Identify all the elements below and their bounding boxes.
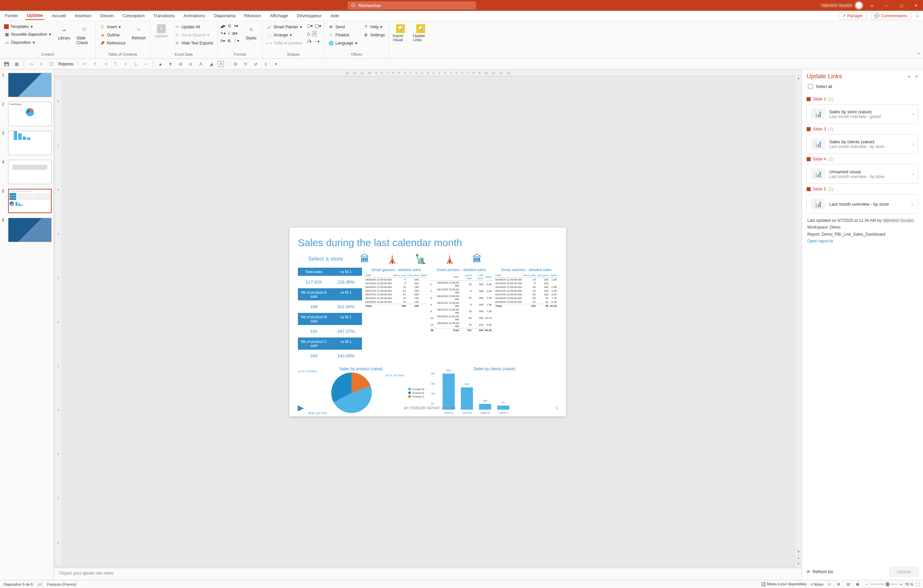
dist-h-icon[interactable]: ↔ [143, 61, 149, 67]
strike-icon[interactable]: S [228, 38, 230, 43]
back-icon[interactable]: ▼ [168, 61, 173, 67]
fill-icon[interactable]: ◢▾ [220, 24, 225, 28]
settings-button[interactable]: ⚙Settings [362, 32, 386, 38]
send-button[interactable]: ✉Send [327, 24, 358, 30]
bold-icon[interactable]: G [228, 24, 231, 28]
more2-icon[interactable]: ▾ [273, 61, 279, 67]
slide-canvas[interactable]: Sales during the last calendar month Sel… [289, 228, 566, 416]
zoom-out-icon[interactable]: − [866, 582, 867, 586]
tab-upslide[interactable]: UpSlide [25, 11, 44, 20]
split-icon[interactable]: ⫿ [263, 61, 269, 67]
status-slide-count[interactable]: Diapositive 5 de 6 [3, 582, 33, 586]
finalize-button[interactable]: ✓Finalize [327, 32, 358, 38]
tab-accueil[interactable]: Accueil [50, 12, 67, 20]
refresh-toc-button[interactable]: ⟳Refresh [130, 24, 147, 41]
square-icon[interactable]: ▢▾ [307, 24, 313, 28]
fill2-icon[interactable]: ◢ [208, 61, 214, 67]
help-button[interactable]: ?Help ▾ [362, 24, 386, 30]
normal-view-icon[interactable]: ▭ [828, 582, 833, 586]
list-icon[interactable]: ≡▾ [234, 24, 238, 28]
templates-button[interactable]: Templates ▾ [3, 24, 52, 29]
minimize-icon[interactable]: — [882, 3, 891, 7]
smart-painter-button[interactable]: 🖌Smart Painter ▾ [265, 24, 304, 30]
reference-button[interactable]: 📌Reference [99, 40, 127, 46]
fit-window-icon[interactable]: ⛶ [916, 582, 920, 586]
tab-aide[interactable]: Aide [329, 12, 340, 20]
thumb-1[interactable]: 1 [2, 73, 52, 97]
close-icon[interactable]: ✕ [912, 3, 920, 8]
zoom-in-icon[interactable]: + [900, 582, 902, 586]
link-card[interactable]: 📊Sales by clients (value)Last month over… [806, 134, 918, 154]
refresh-list-button[interactable]: ⟳Refresh list [806, 570, 833, 574]
spellcheck-icon[interactable]: 📖 [38, 582, 42, 586]
qat-box-icon[interactable]: ☐ [48, 61, 54, 67]
rotate-icon[interactable]: ↻ [243, 61, 249, 67]
new-slide-button[interactable]: ▦Nouvelle diapositive ▾ [3, 31, 52, 38]
tab-diaporama[interactable]: Diaporama [212, 12, 237, 20]
qat-colors-icon[interactable]: ▦ [13, 61, 20, 67]
thumb-4[interactable]: 4 [2, 160, 52, 184]
collapse-ribbon-icon[interactable]: ⌃ [914, 21, 923, 58]
layout-button[interactable]: ▭Disposition ▾ [3, 39, 52, 46]
tab-fichier[interactable]: Fichier [3, 12, 19, 20]
panel-slide-header[interactable]: Slide 5 (1) [806, 187, 918, 192]
select-all-checkbox[interactable]: Select all [806, 84, 918, 89]
textbox-icon[interactable]: A [218, 61, 224, 67]
zoom-value[interactable]: 76 % [905, 582, 913, 586]
align-center-icon[interactable]: ⫯ [92, 61, 98, 67]
line-tool-icon[interactable]: ╱▾ [307, 39, 311, 44]
thumb-6[interactable]: 6 [2, 218, 52, 242]
align-mid-icon[interactable]: ⫲ [122, 61, 128, 67]
qat-ungroup-icon[interactable]: ▭ [28, 61, 34, 67]
hide-text-button[interactable]: 👁Hide Text Exports [173, 40, 215, 46]
import-visual-button[interactable]: 📊Import Visual [392, 24, 409, 43]
user-account[interactable]: Valentine Soudon [821, 2, 862, 9]
insert-toc-button[interactable]: ☰Insert ▾ [99, 24, 127, 30]
front-icon[interactable]: ▲ [157, 61, 163, 67]
library-button[interactable]: ☁Library [56, 24, 72, 41]
qat-save-icon[interactable]: 💾 [3, 61, 10, 67]
ribbon-display-icon[interactable]: ▭ [868, 3, 876, 8]
maximize-icon[interactable]: ▢ [897, 3, 905, 8]
tab-conception[interactable]: Conception [121, 12, 146, 20]
link-card[interactable]: 📊Last month overview - by store⌄ [806, 194, 918, 214]
panel-slide-header[interactable]: Slide 3 (1) [806, 126, 918, 131]
notes-pane[interactable]: Cliquez pour ajouter des notes [54, 568, 801, 580]
updates-icon[interactable]: 🔄 Mises à jour disponibles [761, 582, 806, 586]
link-card[interactable]: 📊Sales by store (value)Last month overvi… [806, 104, 918, 124]
align-left-icon[interactable]: ⊢ [82, 61, 88, 67]
align-icon[interactable]: ≣▾ [232, 31, 238, 36]
panel-options-icon[interactable]: ▾ [908, 74, 910, 79]
thumb-2[interactable]: 2PowerBI Report [2, 102, 52, 126]
qat-dist-icon[interactable]: ⫴ [38, 61, 44, 67]
arrow-icon[interactable]: →▾ [314, 39, 319, 44]
tab-transitions[interactable]: Transitions [152, 12, 176, 20]
zoom-slider[interactable] [870, 584, 897, 585]
flip-icon[interactable]: ⇄ [253, 61, 259, 67]
smiley-icon[interactable]: ☺ [915, 13, 920, 18]
tab-dessin[interactable]: Dessin [99, 12, 115, 20]
sorter-view-icon[interactable]: ⊞ [837, 582, 843, 586]
tab-developpeur[interactable]: Développeur [296, 12, 323, 20]
panel-close-icon[interactable]: ✕ [915, 74, 918, 79]
reperes-toggle[interactable]: Repères [58, 62, 74, 66]
more-icon[interactable]: ⋮▾ [233, 38, 239, 43]
panel-slide-header[interactable]: Slide 4 (1) [806, 156, 918, 162]
tab-animations[interactable]: Animations [182, 12, 207, 20]
arrange-button[interactable]: ⬚Arrange ▾ [265, 32, 304, 38]
tab-insertion[interactable]: Insertion [73, 12, 93, 20]
ungroup2-icon[interactable]: ⧈ [187, 61, 194, 67]
tri-icon[interactable]: △ [307, 31, 310, 36]
align-bot-icon[interactable]: ⊥ [133, 61, 139, 67]
font-color-icon[interactable]: A▾ [220, 38, 225, 43]
thumb-3[interactable]: 3 [2, 131, 52, 155]
tab-affichage[interactable]: Affichage [269, 12, 289, 20]
slide-check-button[interactable]: 🛡Slide Check [76, 24, 93, 46]
update-button[interactable]: Update [890, 567, 918, 577]
circle-icon[interactable]: ◯▾ [315, 24, 321, 28]
styles-button[interactable]: AStyles [243, 24, 259, 41]
color-a-icon[interactable]: A [198, 61, 204, 67]
notes-toggle[interactable]: ≡ Notes [811, 582, 823, 586]
align-top-icon[interactable]: ⊤ [112, 61, 118, 67]
line-icon[interactable]: ✎▾ [220, 31, 226, 36]
